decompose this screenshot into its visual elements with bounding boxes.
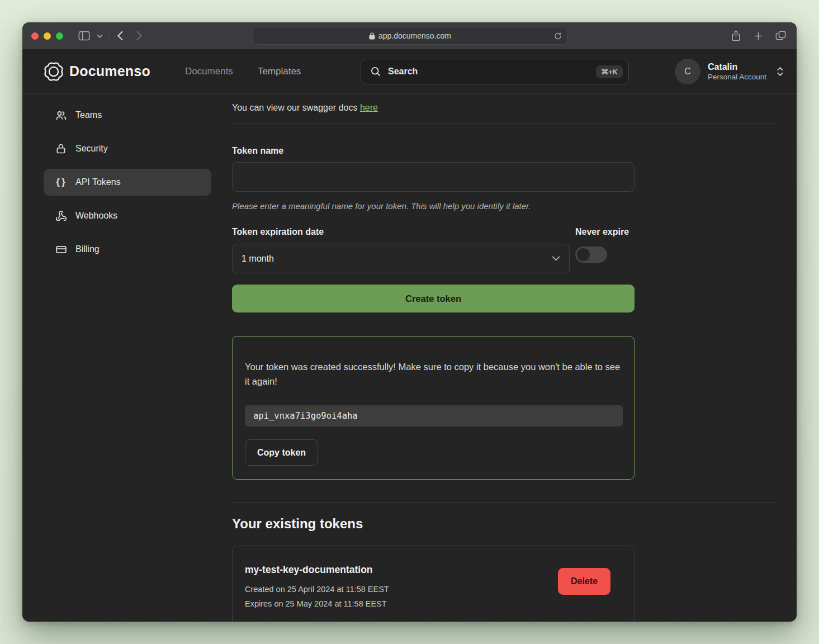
sidebar-item-label: Security xyxy=(75,144,108,154)
swagger-text: You can view our swagger docs xyxy=(232,103,360,112)
traffic-lights xyxy=(31,32,63,40)
zoom-window-button[interactable] xyxy=(56,32,63,40)
brand[interactable]: Documenso xyxy=(44,61,150,82)
never-expire-label: Never expire xyxy=(575,227,635,237)
token-card: my-test-key-documentation Created on 25 … xyxy=(232,546,635,622)
sidebar-item-billing[interactable]: Billing xyxy=(44,236,211,263)
chevrons-up-down-icon xyxy=(776,66,784,77)
copy-token-button[interactable]: Copy token xyxy=(245,439,318,466)
account-type: Personal Account xyxy=(708,73,766,81)
sidebar-item-label: Billing xyxy=(75,244,100,254)
browser-toolbar: app.documenso.com xyxy=(22,22,797,49)
sidebar-item-label: Teams xyxy=(75,110,102,120)
sidebar-item-security[interactable]: Security xyxy=(44,135,211,162)
expiration-value: 1 month xyxy=(242,254,274,264)
page-content: Teams Security { } API Tokens Webhooks xyxy=(22,94,797,622)
divider xyxy=(232,502,777,503)
nav-documents[interactable]: Documents xyxy=(185,66,233,77)
browser-window: app.documenso.com xyxy=(22,22,797,622)
token-created-alert: Your token was created successfully! Mak… xyxy=(232,336,635,480)
settings-sidebar: Teams Security { } API Tokens Webhooks xyxy=(44,101,211,622)
reload-icon[interactable] xyxy=(554,32,562,40)
search-icon xyxy=(370,66,381,77)
token-name-hint: Please enter a meaningful name for your … xyxy=(232,201,635,211)
sidebar-item-webhooks[interactable]: Webhooks xyxy=(44,202,211,229)
app-header: Documenso Documents Templates Search ⌘+K… xyxy=(22,49,797,94)
token-created-message: Your token was created successfully! Mak… xyxy=(245,360,622,389)
avatar: C xyxy=(675,59,700,84)
users-icon xyxy=(55,110,67,121)
address-bar[interactable]: app.documenso.com xyxy=(253,27,567,45)
never-expire-toggle[interactable] xyxy=(575,247,607,263)
toolbar-divider xyxy=(108,31,108,40)
nav-templates[interactable]: Templates xyxy=(258,66,301,77)
delete-token-button[interactable]: Delete xyxy=(558,568,610,595)
url-text: app.documenso.com xyxy=(378,31,451,40)
forward-button[interactable] xyxy=(131,29,148,43)
sidebar-menu-chevron-icon[interactable] xyxy=(94,29,105,43)
minimize-window-button[interactable] xyxy=(44,32,51,40)
close-window-button[interactable] xyxy=(31,32,39,40)
token-name-label: Token name xyxy=(232,146,635,156)
create-token-button[interactable]: Create token xyxy=(232,285,635,312)
divider xyxy=(232,124,777,124)
share-icon[interactable] xyxy=(727,29,744,43)
back-button[interactable] xyxy=(112,29,129,43)
braces-icon: { } xyxy=(55,177,67,188)
chevron-down-icon xyxy=(552,256,560,261)
tab-overview-icon[interactable] xyxy=(772,29,789,43)
search-placeholder: Search xyxy=(388,67,589,77)
toggle-knob xyxy=(577,248,590,261)
token-name-input[interactable] xyxy=(232,162,635,192)
token-value-field[interactable]: api_vnxa7i3go9oi4aha xyxy=(245,405,623,427)
search-input[interactable]: Search ⌘+K xyxy=(361,59,629,84)
new-tab-icon[interactable] xyxy=(750,29,766,43)
expiration-select[interactable]: 1 month xyxy=(232,244,570,273)
token-expires-date: Expires on 25 May 2024 at 11:58 EEST xyxy=(245,599,558,608)
account-name: Catalin xyxy=(708,61,766,73)
lock-icon xyxy=(55,143,67,154)
swagger-docs-text: You can view our swagger docs here xyxy=(232,103,777,113)
webhook-icon xyxy=(55,210,67,222)
sidebar-item-teams[interactable]: Teams xyxy=(44,102,211,129)
primary-nav: Documents Templates xyxy=(185,66,301,77)
sidebar-item-label: Webhooks xyxy=(75,211,117,221)
sidebar-toggle-icon[interactable] xyxy=(75,29,92,43)
lock-icon xyxy=(369,32,375,40)
swagger-docs-link[interactable]: here xyxy=(360,103,378,112)
existing-tokens-heading: Your existing tokens xyxy=(232,516,635,532)
documenso-logo-icon xyxy=(44,61,64,82)
token-created-date: Created on 25 April 2024 at 11:58 EEST xyxy=(245,585,558,594)
account-menu[interactable]: C Catalin Personal Account xyxy=(675,59,784,84)
search-shortcut-badge: ⌘+K xyxy=(596,65,623,78)
api-tokens-panel: You can view our swagger docs here Token… xyxy=(232,101,777,622)
brand-name: Documenso xyxy=(69,63,150,79)
credit-card-icon xyxy=(55,244,67,255)
sidebar-item-api-tokens[interactable]: { } API Tokens xyxy=(44,169,211,196)
expiration-label: Token expiration date xyxy=(232,227,570,237)
token-name: my-test-key-documentation xyxy=(245,564,558,576)
sidebar-item-label: API Tokens xyxy=(75,177,121,187)
